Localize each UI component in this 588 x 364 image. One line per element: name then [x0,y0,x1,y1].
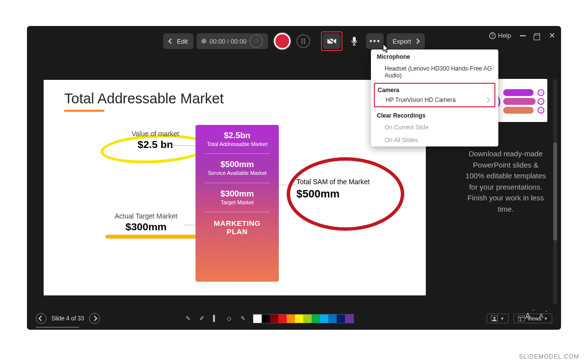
svg-rect-2 [327,39,333,44]
target-market-block: Actual Target Market $300mm [99,212,193,233]
color-swatch[interactable] [270,315,278,323]
funnel-seg1-value: $2.5bn [202,131,272,141]
color-swatch[interactable] [345,315,353,323]
side-scrollbar[interactable] [553,79,557,304]
thumb-row [503,107,534,114]
scrollbar-thumb[interactable] [553,143,557,241]
camera-highlight-section: Camera HP TrueVision HD Camera [374,83,495,107]
edit-label: Edit [177,38,188,45]
camera-header: Camera [375,84,494,95]
svg-rect-4 [353,37,356,42]
edit-button[interactable]: Edit [163,33,194,49]
chevron-left-icon [168,38,173,44]
record-indicator-icon [201,39,206,44]
timer-text: 00:00 / 00:00 [209,38,246,45]
rewind-button[interactable]: ↺ [249,34,263,48]
font-increase-button[interactable]: A [525,312,531,321]
pen-tool-2[interactable]: ✎ [238,314,248,323]
chevron-left-icon [38,315,44,321]
ink-tools: ✎ ✐ ▍ ◇ ✎ [183,314,248,323]
font-decrease-button[interactable]: A [539,312,543,321]
next-slide-button[interactable] [89,313,100,324]
funnel-seg2-label: Service Available Market [202,170,272,176]
color-swatch[interactable] [337,315,345,323]
chevron-right-icon [485,97,490,102]
sam-block: Total SAM of the Market $500mm [296,178,369,200]
connector-line [170,146,196,146]
prev-slide-button[interactable] [36,313,47,324]
color-swatch[interactable] [312,315,320,323]
microphone-icon [351,36,358,46]
export-label: Export [392,38,411,45]
slide-progress-bar [36,327,79,328]
promo-text: Download ready-made PowerPoint slides & … [464,148,547,215]
color-swatch[interactable] [278,315,287,323]
thumb-row [503,89,534,96]
microphone-device-item[interactable]: Headset (Lenovo HD300 Hands-Free AG Audi… [371,62,498,82]
camera-highlight-box [321,31,343,51]
thumb-number: 05 [538,98,544,105]
connector-line [185,225,196,225]
person-icon [491,315,498,321]
color-swatch[interactable] [295,315,303,323]
video-off-icon [327,38,337,45]
app-window: ? Help ✕ Edit 00:00 / 00:00 ↺ [27,26,561,330]
clear-all-slides-item[interactable]: On All Slides [371,134,498,146]
highlighter-tool[interactable]: ▍ [211,314,220,323]
watermark: SLIDEMODEL.COM [519,353,579,360]
ellipsis-icon: ••• [369,37,381,46]
camera-toggle-button[interactable] [323,33,341,49]
microphone-device-label: Headset (Lenovo HD300 Hands-Free AG Audi… [385,65,492,79]
thumb-number: 06 [538,107,544,114]
sam-value: $500mm [296,188,369,200]
color-swatch[interactable] [262,315,270,323]
color-swatch[interactable] [303,315,312,323]
funnel-seg2-value: $500mm [202,160,272,170]
orange-annotation-underline [105,235,208,239]
value-of-market-label: Value of market [111,130,199,138]
export-button[interactable]: Export [387,33,425,49]
value-of-market-value: $2.5 bn [111,139,199,150]
more-options-button[interactable]: ••• [366,33,384,49]
microphone-header: Microphone [371,49,498,62]
chevron-right-icon [92,315,97,321]
funnel-seg1-label: Total Addressable Market [202,141,272,147]
sam-label: Total SAM of the Market [296,178,369,186]
eraser-tool[interactable]: ◇ [224,314,234,323]
camera-device-label: HP TrueVision HD Camera [386,97,456,103]
target-market-label: Actual Target Market [99,212,193,220]
funnel-chart: $2.5bn Total Addressable Market $500mm S… [196,125,279,282]
thumb-number: 04 [538,89,544,96]
microphone-button[interactable] [345,33,363,49]
record-button[interactable] [274,33,291,49]
timer-pill: 00:00 / 00:00 ↺ [196,33,268,49]
color-swatch[interactable] [320,315,328,323]
slide-canvas[interactable]: Total Addressable Market Value of market… [44,80,426,295]
font-size-controls: A A [525,312,543,321]
funnel-plan-label: MARKETING PLAN [196,212,279,243]
chevron-right-icon [414,38,419,44]
color-swatch[interactable] [253,315,262,323]
svg-rect-9 [518,315,525,321]
color-swatch[interactable] [287,315,295,323]
layout-icon [518,315,525,321]
clear-recordings-header: Clear Recordings [371,108,498,121]
bottom-toolbar: Slide 4 of 33 ✎ ✐ ▍ ◇ ✎ ▼ Views ▼ [27,313,561,324]
camera-device-item[interactable]: HP TrueVision HD Camera [375,95,494,106]
clear-current-slide-item[interactable]: On Current Slide [371,121,498,134]
laser-tool[interactable]: ✎ [183,314,193,323]
title-underline [64,110,104,112]
funnel-seg3-value: $300mm [202,189,272,199]
funnel-seg3-label: Target Market [202,199,272,206]
target-market-value: $300mm [99,221,193,233]
pause-button[interactable] [296,34,310,48]
color-swatches [253,314,354,323]
svg-point-8 [493,317,495,319]
thumb-row [503,98,536,105]
pen-tool[interactable]: ✐ [197,314,207,323]
slide-counter: Slide 4 of 33 [51,315,84,322]
settings-dropdown: Microphone Headset (Lenovo HD300 Hands-F… [371,49,498,146]
color-swatch[interactable] [328,315,337,323]
cameo-button[interactable]: ▼ [487,314,509,323]
value-of-market-block: Value of market $2.5 bn [111,130,199,150]
